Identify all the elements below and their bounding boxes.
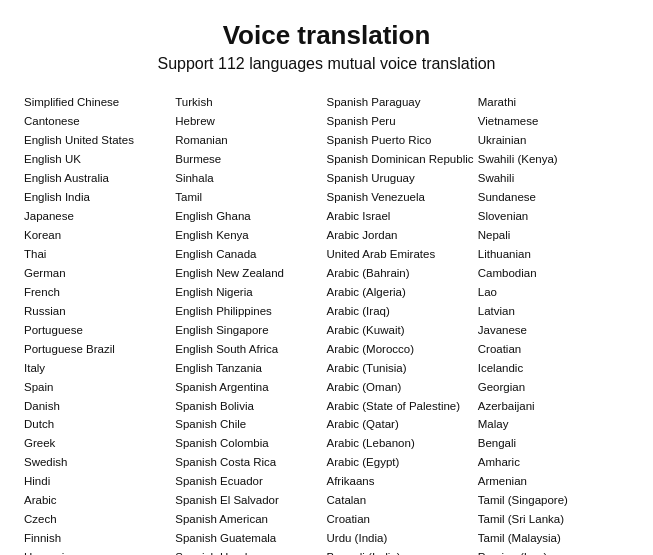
language-item: Simplified Chinese xyxy=(24,93,175,112)
language-item: French xyxy=(24,283,175,302)
language-item: English Singapore xyxy=(175,321,326,340)
language-item: English Kenya xyxy=(175,226,326,245)
language-item: Spanish El Salvador xyxy=(175,491,326,510)
language-item: Spanish Uruguay xyxy=(327,169,478,188)
language-column-2: TurkishHebrewRomanianBurmeseSinhalaTamil… xyxy=(175,93,326,555)
language-item: Amharic xyxy=(478,453,629,472)
language-item: English South Africa xyxy=(175,340,326,359)
language-item: Georgian xyxy=(478,378,629,397)
language-item: Arabic (Algeria) xyxy=(327,283,478,302)
language-item: Romanian xyxy=(175,131,326,150)
language-item: Arabic (Iraq) xyxy=(327,302,478,321)
language-item: Latvian xyxy=(478,302,629,321)
page-subtitle: Support 112 languages mutual voice trans… xyxy=(24,55,629,73)
page-header: Voice translation Support 112 languages … xyxy=(24,20,629,73)
language-item: English Canada xyxy=(175,245,326,264)
language-item: English Tanzania xyxy=(175,359,326,378)
language-item: Spanish Puerto Rico xyxy=(327,131,478,150)
language-item: Arabic (Kuwait) xyxy=(327,321,478,340)
language-item: Russian xyxy=(24,302,175,321)
language-item: Spanish Bolivia xyxy=(175,397,326,416)
language-item: Azerbaijani xyxy=(478,397,629,416)
language-item: Spanish Honduras xyxy=(175,548,326,555)
language-column-4: MarathiVietnameseUkrainianSwahili (Kenya… xyxy=(478,93,629,555)
language-item: Spain xyxy=(24,378,175,397)
language-item: Persian (Iran) xyxy=(478,548,629,555)
language-item: Icelandic xyxy=(478,359,629,378)
language-item: Spanish Argentina xyxy=(175,378,326,397)
language-item: Spanish Ecuador xyxy=(175,472,326,491)
language-item: Czech xyxy=(24,510,175,529)
language-item: Thai xyxy=(24,245,175,264)
language-item: Arabic (Oman) xyxy=(327,378,478,397)
language-item: Ukrainian xyxy=(478,131,629,150)
language-item: Catalan xyxy=(327,491,478,510)
language-item: Spanish American xyxy=(175,510,326,529)
language-item: Arabic Israel xyxy=(327,207,478,226)
language-item: Hebrew xyxy=(175,112,326,131)
language-item: Spanish Chile xyxy=(175,415,326,434)
language-item: Tamil (Singapore) xyxy=(478,491,629,510)
language-item: English Nigeria xyxy=(175,283,326,302)
language-item: Finnish xyxy=(24,529,175,548)
language-item: Hungarian xyxy=(24,548,175,555)
language-item: United Arab Emirates xyxy=(327,245,478,264)
language-item: Spanish Colombia xyxy=(175,434,326,453)
language-item: Arabic Jordan xyxy=(327,226,478,245)
language-item: Sinhala xyxy=(175,169,326,188)
language-item: Javanese xyxy=(478,321,629,340)
language-item: Arabic (Egypt) xyxy=(327,453,478,472)
language-grid: Simplified ChineseCantoneseEnglish Unite… xyxy=(24,93,629,555)
language-item: Burmese xyxy=(175,150,326,169)
language-item: Arabic xyxy=(24,491,175,510)
language-item: Vietnamese xyxy=(478,112,629,131)
language-item: Portuguese Brazil xyxy=(24,340,175,359)
language-item: Spanish Paraguay xyxy=(327,93,478,112)
language-item: Swahili (Kenya) xyxy=(478,150,629,169)
language-item: Swahili xyxy=(478,169,629,188)
language-item: Dutch xyxy=(24,415,175,434)
language-item: Spanish Peru xyxy=(327,112,478,131)
language-item: Spanish Dominican Republic xyxy=(327,150,478,169)
language-item: English Ghana xyxy=(175,207,326,226)
language-item: Hindi xyxy=(24,472,175,491)
language-item: Turkish xyxy=(175,93,326,112)
language-item: Croatian xyxy=(478,340,629,359)
language-item: Tamil xyxy=(175,188,326,207)
language-item: Danish xyxy=(24,397,175,416)
language-item: Tamil (Sri Lanka) xyxy=(478,510,629,529)
language-item: Bengali xyxy=(478,434,629,453)
language-item: Arabic (Bahrain) xyxy=(327,264,478,283)
language-item: Marathi xyxy=(478,93,629,112)
language-item: Arabic (Morocco) xyxy=(327,340,478,359)
language-item: Portuguese xyxy=(24,321,175,340)
language-item: Croatian xyxy=(327,510,478,529)
language-item: Bengali (India) xyxy=(327,548,478,555)
language-item: Cambodian xyxy=(478,264,629,283)
language-item: Malay xyxy=(478,415,629,434)
language-item: Afrikaans xyxy=(327,472,478,491)
language-item: Arabic (State of Palestine) xyxy=(327,397,478,416)
language-column-3: Spanish ParaguaySpanish PeruSpanish Puer… xyxy=(327,93,478,555)
language-item: English Australia xyxy=(24,169,175,188)
language-item: Nepali xyxy=(478,226,629,245)
language-item: Arabic (Lebanon) xyxy=(327,434,478,453)
language-item: Arabic (Tunisia) xyxy=(327,359,478,378)
language-item: Lithuanian xyxy=(478,245,629,264)
language-item: Japanese xyxy=(24,207,175,226)
language-item: English United States xyxy=(24,131,175,150)
language-item: German xyxy=(24,264,175,283)
language-column-1: Simplified ChineseCantoneseEnglish Unite… xyxy=(24,93,175,555)
language-item: English UK xyxy=(24,150,175,169)
language-item: Tamil (Malaysia) xyxy=(478,529,629,548)
page-title: Voice translation xyxy=(24,20,629,51)
language-item: Arabic (Qatar) xyxy=(327,415,478,434)
language-item: Korean xyxy=(24,226,175,245)
language-item: English India xyxy=(24,188,175,207)
language-item: Spanish Costa Rica xyxy=(175,453,326,472)
language-item: English New Zealand xyxy=(175,264,326,283)
language-item: Cantonese xyxy=(24,112,175,131)
language-item: Armenian xyxy=(478,472,629,491)
language-item: Greek xyxy=(24,434,175,453)
language-item: Urdu (India) xyxy=(327,529,478,548)
